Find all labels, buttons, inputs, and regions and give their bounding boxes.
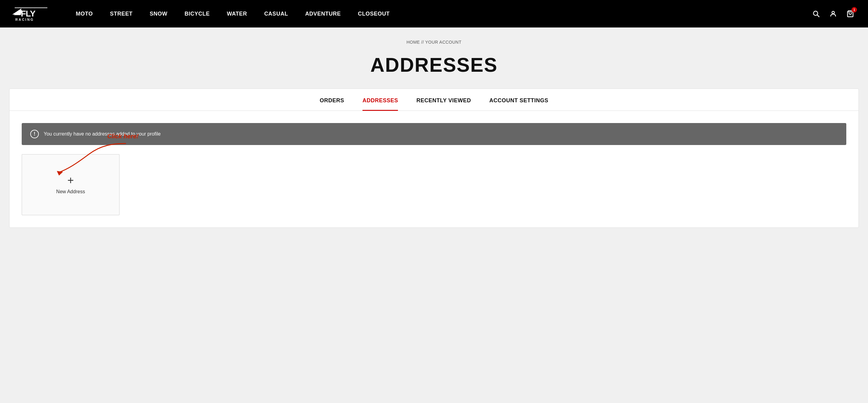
nav-snow[interactable]: SNOW: [141, 11, 176, 17]
svg-point-7: [832, 11, 834, 14]
annotation-arrow: [46, 139, 132, 178]
breadcrumb-current: YOUR ACCOUNT: [425, 40, 462, 44]
logo-area[interactable]: FLY RACING: [12, 5, 49, 23]
site-header: FLY RACING MOTO STREET SNOW BICYCLE WATE…: [0, 0, 868, 28]
header-icons: 1: [810, 8, 856, 19]
nav-water[interactable]: WATER: [218, 11, 255, 17]
main-nav: MOTO STREET SNOW BICYCLE WATER CASUAL AD…: [67, 11, 810, 17]
svg-line-6: [817, 15, 819, 17]
tab-addresses[interactable]: ADDRESSES: [363, 97, 398, 111]
nav-bicycle[interactable]: BICYCLE: [176, 11, 219, 17]
new-address-label: New Address: [56, 189, 85, 195]
tab-recently-viewed[interactable]: RECENTLY VIEWED: [416, 97, 471, 111]
nav-closeout[interactable]: CLOSEOUT: [349, 11, 398, 17]
notice-icon: !: [30, 130, 39, 138]
breadcrumb-area: HOME // YOUR ACCOUNT: [0, 28, 868, 51]
tab-orders[interactable]: ORDERS: [320, 97, 344, 111]
notice-bar: ! You currently have no addresses added …: [22, 123, 846, 145]
svg-marker-9: [57, 171, 63, 175]
search-button[interactable]: [810, 8, 822, 19]
breadcrumb: HOME // YOUR ACCOUNT: [0, 40, 868, 44]
address-grid: Click here! + New Address: [22, 154, 846, 215]
main-content: HOME // YOUR ACCOUNT ADDRESSES ORDERS AD…: [0, 28, 868, 246]
breadcrumb-separator: //: [421, 40, 425, 44]
tab-bar: ORDERS ADDRESSES RECENTLY VIEWED ACCOUNT…: [9, 89, 859, 111]
svg-text:FLY: FLY: [21, 9, 36, 18]
account-button[interactable]: [828, 8, 839, 19]
nav-casual[interactable]: CASUAL: [255, 11, 297, 17]
tab-account-settings[interactable]: ACCOUNT SETTINGS: [489, 97, 548, 111]
account-card: ORDERS ADDRESSES RECENTLY VIEWED ACCOUNT…: [9, 89, 859, 228]
breadcrumb-home[interactable]: HOME: [406, 40, 420, 44]
svg-text:RACING: RACING: [15, 18, 34, 21]
nav-street[interactable]: STREET: [101, 11, 141, 17]
content-area: ! You currently have no addresses added …: [9, 111, 859, 228]
notice-text: You currently have no addresses added to…: [44, 131, 161, 137]
page-title: ADDRESSES: [0, 54, 868, 76]
nav-moto[interactable]: MOTO: [67, 11, 101, 17]
nav-adventure[interactable]: ADVENTURE: [297, 11, 349, 17]
fly-racing-logo[interactable]: FLY RACING: [12, 5, 49, 23]
cart-button[interactable]: 1: [845, 8, 856, 19]
cart-count-badge: 1: [851, 7, 857, 12]
